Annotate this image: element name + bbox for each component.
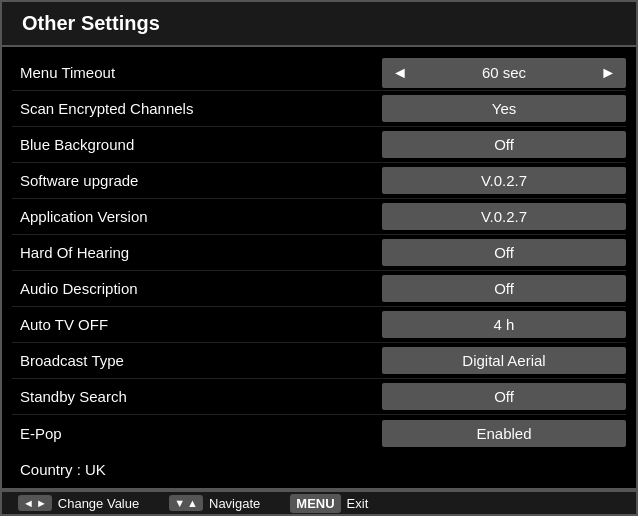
setting-value-wrap: Off — [382, 239, 626, 266]
navigate-nav: ▼▲ Navigate — [169, 495, 260, 511]
nav-bar: ◄► Change Value ▼▲ Navigate MENU Exit — [0, 490, 638, 516]
menu-timeout-control: ◄60 sec► — [382, 58, 626, 88]
setting-label: Hard Of Hearing — [12, 244, 382, 261]
setting-value: Off — [382, 131, 626, 158]
right-arrow-button[interactable]: ► — [590, 58, 626, 88]
exit-nav: MENU Exit — [290, 494, 368, 513]
setting-value: V.0.2.7 — [382, 203, 626, 230]
country-label: Country : UK — [20, 461, 106, 478]
setting-value-wrap: Digital Aerial — [382, 347, 626, 374]
setting-label: Menu Timeout — [12, 64, 382, 81]
ud-arrows-icon: ▼▲ — [169, 495, 203, 511]
title-bar: Other Settings — [0, 0, 638, 47]
country-row: Country : UK — [2, 455, 636, 484]
navigate-label: Navigate — [209, 496, 260, 511]
setting-row: Application VersionV.0.2.7 — [12, 199, 626, 235]
setting-value: Digital Aerial — [382, 347, 626, 374]
setting-row: Blue BackgroundOff — [12, 127, 626, 163]
setting-label: Blue Background — [12, 136, 382, 153]
settings-table: Menu Timeout◄60 sec►Scan Encrypted Chann… — [2, 51, 636, 455]
lr-arrows-icon: ◄► — [18, 495, 52, 511]
setting-value-wrap: 4 h — [382, 311, 626, 338]
app-container: Other Settings Menu Timeout◄60 sec►Scan … — [0, 0, 638, 516]
left-arrow-button[interactable]: ◄ — [382, 58, 418, 88]
setting-value: 4 h — [382, 311, 626, 338]
setting-value-wrap: ◄60 sec► — [382, 58, 626, 88]
exit-label: Exit — [347, 496, 369, 511]
setting-value: Off — [382, 239, 626, 266]
setting-value-wrap: Enabled — [382, 420, 626, 447]
setting-label: Scan Encrypted Channels — [12, 100, 382, 117]
setting-value: Yes — [382, 95, 626, 122]
setting-value-wrap: Yes — [382, 95, 626, 122]
setting-row: Software upgradeV.0.2.7 — [12, 163, 626, 199]
setting-label: Broadcast Type — [12, 352, 382, 369]
change-value-label: Change Value — [58, 496, 139, 511]
setting-label: Software upgrade — [12, 172, 382, 189]
setting-label: Application Version — [12, 208, 382, 225]
setting-value-wrap: V.0.2.7 — [382, 167, 626, 194]
setting-row: Auto TV OFF4 h — [12, 307, 626, 343]
setting-row: E-PopEnabled — [12, 415, 626, 451]
setting-row: Broadcast TypeDigital Aerial — [12, 343, 626, 379]
setting-label: Auto TV OFF — [12, 316, 382, 333]
setting-row: Scan Encrypted ChannelsYes — [12, 91, 626, 127]
setting-row: Hard Of HearingOff — [12, 235, 626, 271]
setting-value: Off — [382, 383, 626, 410]
setting-label: E-Pop — [12, 425, 382, 442]
setting-row: Audio DescriptionOff — [12, 271, 626, 307]
setting-value: Off — [382, 275, 626, 302]
setting-row: Menu Timeout◄60 sec► — [12, 55, 626, 91]
change-value-nav: ◄► Change Value — [18, 495, 139, 511]
settings-content: Menu Timeout◄60 sec►Scan Encrypted Chann… — [0, 47, 638, 490]
timeout-value: 60 sec — [418, 58, 590, 88]
setting-value-wrap: Off — [382, 131, 626, 158]
setting-value-wrap: Off — [382, 383, 626, 410]
setting-value-wrap: Off — [382, 275, 626, 302]
setting-label: Audio Description — [12, 280, 382, 297]
setting-label: Standby Search — [12, 388, 382, 405]
setting-value: Enabled — [382, 420, 626, 447]
page-title: Other Settings — [22, 12, 160, 34]
setting-value-wrap: V.0.2.7 — [382, 203, 626, 230]
setting-row: Standby SearchOff — [12, 379, 626, 415]
setting-value: V.0.2.7 — [382, 167, 626, 194]
menu-badge: MENU — [290, 494, 340, 513]
